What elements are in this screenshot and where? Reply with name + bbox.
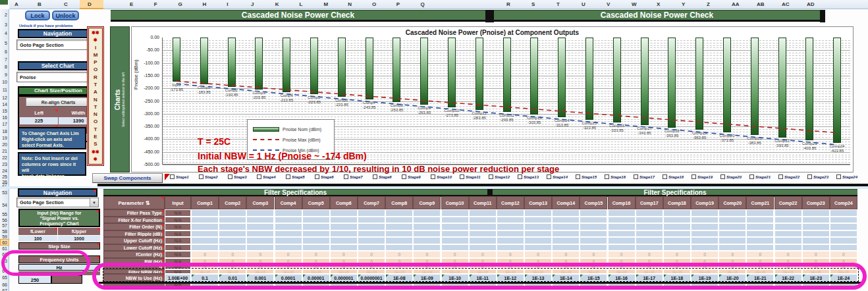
cell-lower-cutoff-hz--comp18[interactable] [663,244,691,251]
cell-lower-cutoff-hz--comp5[interactable] [302,244,330,251]
cell-filter-x-fer-function-comp20[interactable] [719,217,746,224]
comp-header-comp13[interactable]: Comp13 [524,196,552,209]
cell-fcenter-hz--comp16[interactable]: 0 [608,251,636,258]
cell-input[interactable]: N/A [165,265,191,269]
cell-input[interactable]: N/A [165,223,191,230]
column-header-Q[interactable]: Q [421,1,425,7]
row-header-54[interactable]: 54 [2,203,7,207]
cell-filter-ripple-db--comp18[interactable] [663,230,691,238]
cell-lower-cutoff-hz--comp1[interactable] [191,244,219,251]
column-header-B[interactable]: B [38,1,41,7]
cell-filter-nbw-hz--comp22[interactable]: 1E+16 [774,269,802,274]
column-header-Z[interactable]: Z [707,1,710,7]
cell-filter-nbw-hz--comp4[interactable]: 1E+16 [275,269,302,274]
cell-filter-ripple-db--comp20[interactable] [719,230,746,238]
checkbox-stage20[interactable] [720,174,725,179]
cell-bw-hz--comp15[interactable]: 0 [580,258,607,265]
cell-filter-order-n--comp7[interactable] [358,223,385,230]
cell-filter-nbw-hz--comp10[interactable]: 1E+16 [441,269,469,274]
cell-filter-x-fer-function-comp4[interactable] [275,217,302,224]
cell-fcenter-hz--comp13[interactable]: 0 [524,251,552,258]
comp-header-comp7[interactable]: Comp7 [358,196,385,209]
checkbox-stage21[interactable] [749,174,754,179]
cell-fcenter-hz--comp18[interactable]: 0 [663,251,691,258]
cell-0-comp15[interactable]: 0 [580,265,607,269]
cell-bw-hz--comp9[interactable]: 0 [413,258,441,265]
row-header-11[interactable]: 11 [3,88,7,92]
cell-filter-x-fer-function-comp21[interactable] [746,217,774,224]
cell-nbw-to-use-hz--comp16[interactable]: 1E-16 [608,274,636,282]
cell-filter-ripple-db--comp21[interactable] [746,230,774,238]
column-header-T[interactable]: T [556,1,560,7]
cell-fcenter-hz--comp14[interactable]: 0 [552,251,580,258]
cell-filter-ripple-db--comp13[interactable] [524,230,552,238]
cell-filter-x-fer-function-comp22[interactable] [774,217,802,224]
cell-nbw-to-use-hz--comp21[interactable]: 1E-21 [746,274,774,282]
cell-upper-cutoff-hz--comp17[interactable] [636,237,663,244]
comp-header-comp22[interactable]: Comp22 [774,196,802,209]
checkbox-stage8[interactable] [373,174,377,179]
comp-header-comp21[interactable]: Comp21 [746,196,774,209]
column-header-P[interactable]: P [396,1,400,7]
cell-input[interactable]: N/A [165,251,191,258]
cell-lower-cutoff-hz--comp16[interactable] [608,244,636,251]
row-header-21[interactable]: 21 [2,149,7,153]
cell-upper-cutoff-hz--comp12[interactable] [497,237,524,244]
cell-0-comp21[interactable]: 0 [746,265,774,269]
cell-filter-nbw-hz--comp24[interactable]: 1E+16 [830,269,857,274]
column-header-U[interactable]: U [582,1,585,7]
cell-upper-cutoff-hz--comp23[interactable] [802,237,830,244]
cell-0-comp6[interactable]: 0 [330,265,358,269]
cell-0-comp16[interactable]: 0 [608,265,636,269]
cell-filter-x-fer-function-comp15[interactable] [580,217,607,224]
cell-input[interactable]: N/A [165,237,191,244]
checkbox-stage11[interactable] [460,174,464,179]
cell-fcenter-hz--comp7[interactable]: 0 [358,251,385,258]
cell-fcenter-hz--comp10[interactable]: 0 [441,251,469,258]
cell-upper-cutoff-hz--comp8[interactable] [385,237,413,244]
row-header-9[interactable]: 9 [5,72,7,77]
checkbox-stage14[interactable] [547,174,551,179]
cell-filter-order-n--comp19[interactable] [691,223,719,230]
cell-0-comp12[interactable]: 0 [497,265,524,269]
cell-filter-ripple-db--comp16[interactable] [608,230,636,238]
comp-header-comp20[interactable]: Comp20 [719,196,746,209]
cell-fcenter-hz--comp3[interactable]: 0 [246,251,274,258]
cell-filter-nbw-hz--comp18[interactable]: 1E+16 [663,269,691,274]
cell-filter-order-n--comp4[interactable] [275,223,302,230]
cell-filter-x-fer-function-comp18[interactable] [663,217,691,224]
cell-0-comp14[interactable]: 0 [552,265,580,269]
cell-nbw-to-use-hz--comp2[interactable]: 0.01 [219,274,246,282]
cell-nbw-to-use-hz--comp4[interactable]: 0.0001 [275,274,302,282]
comp-header-comp8[interactable]: Comp8 [385,196,413,209]
row-label-filter-order-n-[interactable]: Filter Order (N) [103,223,165,230]
cell-0-comp13[interactable]: 0 [524,265,552,269]
cell-filter-pass-type-comp11[interactable] [469,209,497,217]
row-header-62[interactable]: 62 [2,252,7,257]
row-header-63[interactable]: 63 [2,259,7,263]
row-header-22[interactable]: 22 [2,155,7,160]
cell-nbw-to-use-hz--comp6[interactable]: 0.000001 [330,274,358,282]
cell-bw-hz--comp23[interactable]: 0 [802,258,830,265]
cell-lower-cutoff-hz--comp21[interactable] [746,244,774,251]
column-header-R[interactable]: R [506,1,510,7]
comp-header-comp4[interactable]: Comp4 [275,196,302,209]
cell-0-comp4[interactable]: 0 [275,265,302,269]
checkbox-stage13[interactable] [518,174,522,179]
size-label-left[interactable]: Left [20,109,58,117]
cell-0-comp1[interactable]: 0 [191,265,219,269]
cell-lower-cutoff-hz--comp9[interactable] [413,244,441,251]
cell-upper-cutoff-hz--comp9[interactable] [413,237,441,244]
cell-bw-hz--comp18[interactable]: 0 [663,258,691,265]
row-label-filter-nbw-hz-[interactable]: Filter NBW (Hz) [103,269,165,274]
cell-filter-pass-type-comp24[interactable] [830,209,857,217]
cell-filter-pass-type-comp20[interactable] [719,209,746,217]
cell-nbw-to-use-hz--comp23[interactable]: 1E-23 [802,274,830,282]
cell-filter-order-n--comp9[interactable] [413,223,441,230]
lock-button[interactable]: Lock [25,11,50,20]
row-header-57[interactable]: 57 [2,223,7,228]
row-header-56[interactable]: 56 [2,218,7,223]
column-header-G[interactable]: G [178,1,182,7]
cell-filter-ripple-db--comp19[interactable] [691,230,719,238]
cell-filter-x-fer-function-comp14[interactable] [552,217,580,224]
